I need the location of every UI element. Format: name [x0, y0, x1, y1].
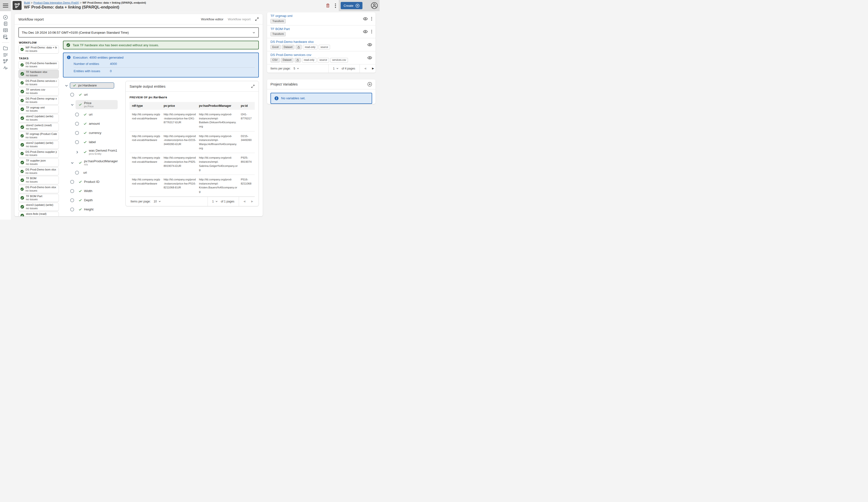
radio-button[interactable] — [75, 113, 79, 116]
tree-node-row[interactable]: currency — [63, 129, 125, 137]
task-item[interactable]: store2 (update) (write)no issues — [18, 114, 59, 122]
cell-id: D215-3449390 — [241, 132, 255, 153]
tree-node-row[interactable]: pv:hasProductManager n/a — [63, 157, 125, 168]
task-item[interactable]: TF services csvno issues — [18, 88, 59, 96]
task-item[interactable]: TF supplier jsonno issues — [18, 158, 59, 167]
tree-node-row[interactable]: was Derived From1 prov:Entity — [63, 147, 125, 157]
task-item[interactable]: DS Prod-Demo bom xlsx (…no issues — [18, 185, 59, 193]
mapped-check-icon — [79, 161, 82, 164]
chevron-down-icon[interactable] — [71, 161, 74, 165]
task-status: no issues — [26, 118, 53, 122]
radio-button[interactable] — [70, 93, 74, 96]
tree-node-row[interactable]: uri — [63, 168, 125, 177]
expand-fullscreen-icon[interactable] — [255, 17, 259, 21]
radio-button[interactable] — [70, 180, 74, 184]
workflow-icon[interactable] — [2, 59, 9, 64]
task-item[interactable]: DS Prod-Demo services c…no issues — [18, 79, 59, 87]
workflow-item[interactable]: WF Prod-Demo: data + lin…no issues — [18, 45, 59, 53]
compass-icon[interactable] — [2, 15, 9, 20]
task-item[interactable]: TF BOMno issues — [18, 176, 59, 184]
task-item[interactable]: store2 (select) (read)no issues — [18, 123, 59, 131]
tree-node-row[interactable]: uri — [63, 90, 125, 99]
create-button[interactable]: Create — [341, 2, 362, 9]
project-variables-title: Project Variables — [270, 82, 298, 86]
delete-workflow-button[interactable] — [326, 3, 330, 8]
chevron-right-icon[interactable] — [75, 150, 79, 154]
preview-eye-icon[interactable] — [363, 30, 368, 34]
next-page-icon[interactable]: ▶ — [251, 200, 253, 203]
tree-node-row[interactable]: Depth — [63, 196, 125, 205]
tree-node-row[interactable]: pv:Hardware — [63, 81, 125, 90]
tree-node-label: uri — [83, 171, 87, 175]
page-select[interactable]: 1 — [333, 67, 339, 70]
list-lines-icon[interactable] — [2, 52, 9, 57]
radio-button[interactable] — [75, 131, 79, 135]
tree-node-row[interactable]: uri — [63, 110, 125, 119]
related-item-link[interactable]: DS Prod-Demo services csv — [270, 53, 348, 57]
notebook-icon[interactable] — [2, 21, 9, 26]
preview-eye-icon[interactable] — [367, 43, 372, 47]
task-item[interactable]: TF orgmap (Product Cate…no issues — [18, 132, 59, 140]
task-item[interactable]: store3 (update) (write)no issues — [18, 203, 59, 211]
expand-fullscreen-icon[interactable] — [251, 84, 255, 88]
task-item[interactable]: DS Prod-Demo bom xlsx (…no issues — [18, 167, 59, 176]
chevron-down-icon[interactable] — [71, 103, 74, 106]
tab-workflow-report[interactable]: Workflow report — [228, 18, 251, 21]
tree-node-row[interactable]: amount — [63, 119, 125, 129]
tree-node-row[interactable]: Price pv:Price — [63, 99, 125, 110]
cell-price: http://ld.company.org/prod-instances/pri… — [164, 110, 199, 131]
preview-eye-icon[interactable] — [363, 17, 368, 21]
task-item[interactable]: DS Prod-Demo supplier js…no issues — [18, 150, 59, 158]
radio-button[interactable] — [70, 207, 74, 212]
item-menu-kebab-icon[interactable] — [371, 30, 372, 34]
radio-button[interactable] — [75, 140, 79, 144]
radio-button[interactable] — [70, 189, 74, 193]
items-per-page-select[interactable]: 5 — [293, 67, 299, 70]
execution-date-select[interactable]: Thu Dec 19 2024 10:06:57 GMT+0100 (Centr… — [18, 27, 259, 38]
tree-node-row[interactable]: label — [63, 137, 125, 147]
radio-button[interactable] — [75, 171, 79, 175]
server-eye-icon[interactable] — [2, 34, 9, 39]
tree-node-row[interactable]: Height — [63, 205, 125, 214]
related-items-pagination: Items per page: 5 1 of 4 pages ◀ ▶ — [267, 64, 375, 73]
preview-eye-icon[interactable] — [367, 56, 372, 60]
breadcrumb-link-project[interactable]: Product Data Integration Demo (FedX) — [33, 1, 79, 4]
prev-page-icon[interactable]: ◀ — [364, 67, 366, 70]
cell-product-manager: http://ld.company.org/prod-instances/emp… — [199, 110, 241, 131]
task-item[interactable]: TF hardware xlsxno issues — [18, 70, 59, 78]
task-item[interactable]: store-fedx (read)no issues — [18, 212, 59, 216]
tree-node-row[interactable]: Width — [63, 186, 125, 196]
task-status: no issues — [26, 136, 57, 139]
activity-icon[interactable] — [2, 65, 9, 70]
hamburger-button[interactable] — [0, 0, 11, 11]
prev-page-icon[interactable]: ◀ — [243, 200, 245, 203]
tree-node-label: pv:Hardware — [78, 83, 97, 88]
tree-node-row[interactable]: Weigth — [63, 214, 125, 216]
tag-chip — [294, 58, 301, 62]
radio-button[interactable] — [75, 122, 79, 126]
tag-chip-label: CSV — [272, 58, 278, 62]
radio-button[interactable] — [70, 198, 74, 202]
page-select[interactable]: 1 — [212, 200, 218, 203]
related-item-link[interactable]: TF orgmap xml — [270, 14, 292, 18]
chevron-down-icon[interactable] — [65, 84, 68, 88]
related-item-link[interactable]: TF BOM Part — [270, 27, 290, 31]
task-item[interactable]: DS Prod-Demo hardware …no issues — [18, 61, 59, 69]
related-item-link[interactable]: DS Prod-Demo hardware xlsx — [270, 40, 330, 44]
task-item[interactable]: store2 (update) (write)no issues — [18, 141, 59, 149]
add-variable-button[interactable] — [367, 82, 372, 87]
task-item[interactable]: DS Prod-Demo orgmap x…no issues — [18, 96, 59, 105]
item-menu-kebab-icon[interactable] — [371, 17, 372, 21]
task-item[interactable]: TF BOM Partno issues — [18, 194, 59, 202]
tree-node-row[interactable]: Product ID — [63, 177, 125, 186]
tree-node-label: currency — [89, 131, 102, 135]
folder-icon[interactable] — [2, 46, 9, 51]
items-per-page-select[interactable]: 10 — [154, 200, 161, 203]
book-open-icon[interactable] — [2, 28, 9, 33]
tab-workflow-editor[interactable]: Workflow editor — [201, 18, 224, 21]
user-avatar-icon[interactable] — [371, 2, 378, 9]
next-page-icon[interactable]: ▶ — [372, 67, 374, 70]
task-item[interactable]: TF orgmap xmlno issues — [18, 105, 59, 114]
breadcrumb-link-build[interactable]: Build — [24, 1, 30, 4]
more-actions-button[interactable] — [335, 3, 336, 8]
